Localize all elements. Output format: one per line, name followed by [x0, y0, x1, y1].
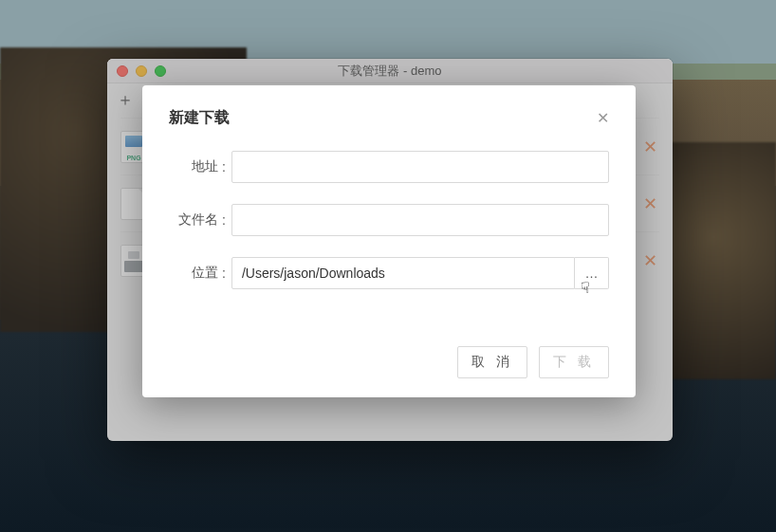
form-row-url: 地址:	[169, 151, 609, 183]
form-row-filename: 文件名:	[169, 204, 609, 236]
location-label: 位置	[169, 265, 222, 282]
dialog-title: 新建下载	[169, 108, 230, 128]
url-input[interactable]	[231, 151, 609, 183]
form-row-location: 位置: …	[169, 257, 609, 289]
url-label: 地址	[169, 158, 222, 175]
new-download-dialog: 新建下载 ✕ 地址: 文件名: 位置: … 取 消 下 载	[142, 85, 636, 397]
download-button[interactable]: 下 载	[539, 346, 609, 378]
ellipsis-icon: …	[585, 266, 599, 281]
dialog-actions: 取 消 下 载	[169, 346, 609, 378]
location-input[interactable]	[231, 257, 575, 289]
filename-input[interactable]	[231, 204, 609, 236]
close-icon: ✕	[597, 110, 609, 126]
browse-location-button[interactable]: …	[575, 257, 609, 289]
cancel-button[interactable]: 取 消	[457, 346, 527, 378]
filename-label: 文件名	[169, 211, 222, 229]
dialog-close-button[interactable]: ✕	[597, 109, 609, 127]
